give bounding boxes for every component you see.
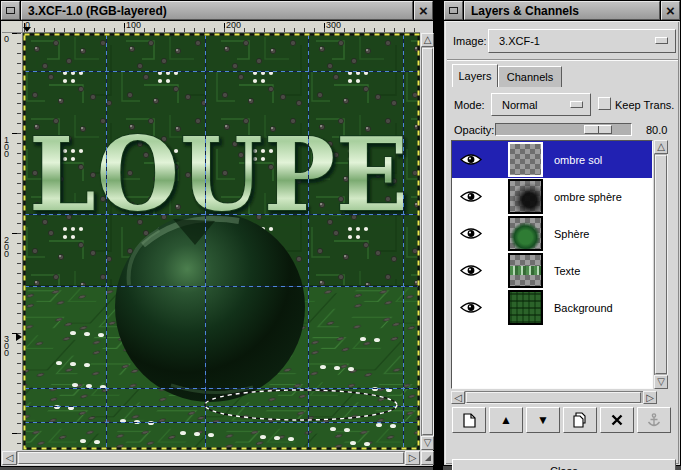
layer-name[interactable]: Texte	[554, 252, 580, 289]
anchor-icon	[647, 413, 661, 428]
anchor-layer-button[interactable]	[637, 407, 671, 433]
separator	[447, 59, 678, 61]
opacity-slider-handle[interactable]	[584, 125, 612, 134]
tab-channels[interactable]: Channels	[498, 66, 562, 87]
lower-layer-button[interactable]: ▼	[526, 407, 560, 433]
duplicate-layer-button[interactable]	[563, 407, 597, 433]
v-ruler-label: 200	[4, 237, 12, 258]
visibility-eye-icon[interactable]	[460, 153, 482, 166]
h-ruler-label: 200	[226, 21, 241, 30]
lower-icon: ▼	[537, 413, 549, 427]
close-window-button[interactable]: ×	[661, 1, 680, 20]
layer-name[interactable]: ombre sol	[554, 141, 602, 178]
raise-layer-button[interactable]: ▲	[489, 407, 523, 433]
image-select-value: 3.XCF-1	[499, 35, 540, 47]
mode-select[interactable]: Normal	[491, 93, 591, 116]
h-ruler-label: 300	[326, 21, 341, 30]
tab-label: Channels	[507, 71, 553, 83]
new-page-icon	[463, 413, 476, 428]
layer-row-ombre-sol[interactable]: ombre sol	[452, 141, 652, 178]
h-ruler-label: 100	[126, 21, 141, 30]
opacity-value: 80.0	[646, 124, 667, 136]
close-window-button[interactable]: ×	[414, 1, 433, 20]
list-horizontal-scrollbar[interactable]: ◁ ▷	[451, 391, 657, 404]
image-canvas[interactable]: LOUPE	[23, 33, 420, 450]
opacity-label: Opacity:	[454, 124, 494, 136]
canvas-artwork: LOUPE	[23, 33, 420, 450]
vertical-ruler[interactable]: 0 100 200 300	[2, 33, 23, 450]
close-button-label: Close	[550, 465, 578, 470]
navigation-corner-button[interactable]	[421, 451, 434, 465]
visibility-eye-icon[interactable]	[460, 227, 482, 240]
nav-triangle-icon	[425, 455, 431, 461]
new-layer-button[interactable]	[452, 407, 486, 433]
window-menu-icon	[6, 7, 15, 14]
thumbnail-shadow	[510, 181, 541, 212]
dialog-titlebar[interactable]: Layers & Channels ×	[444, 1, 680, 21]
layer-thumbnail[interactable]	[508, 142, 543, 177]
image-window: 3.XCF-1.0 (RGB-layered) × 0 100 200 300 …	[0, 0, 434, 467]
opacity-slider[interactable]	[495, 123, 632, 136]
scroll-right-icon[interactable]: ▷	[405, 451, 420, 465]
visibility-eye-icon[interactable]	[460, 190, 482, 203]
window-menu-button[interactable]	[444, 1, 463, 20]
image-window-titlebar[interactable]: 3.XCF-1.0 (RGB-layered) ×	[1, 1, 433, 21]
thumbnail-texte	[510, 255, 541, 286]
image-label: Image:	[453, 35, 487, 47]
canvas-horizontal-scrollbar[interactable]: ◁ ▷	[2, 451, 420, 465]
layer-row-background[interactable]: Background	[452, 289, 652, 326]
scroll-down-icon[interactable]: ▽	[654, 375, 668, 389]
scroll-left-icon[interactable]: ◁	[451, 391, 465, 404]
option-menu-indicator-icon	[570, 101, 583, 108]
layer-row-sphere[interactable]: Sphère	[452, 215, 652, 252]
thumbnail-background	[510, 292, 541, 323]
delete-layer-button[interactable]	[600, 407, 634, 433]
layers-channels-window: Layers & Channels × Image: 3.XCF-1 Layer…	[443, 0, 681, 466]
layer-list: ombre sol ombre sphère Sphère	[451, 140, 653, 389]
layer-name[interactable]: Sphère	[554, 215, 589, 252]
delete-x-icon	[611, 414, 623, 426]
raise-icon: ▲	[500, 413, 512, 427]
v-ruler-label: 0	[4, 36, 12, 43]
scroll-up-icon[interactable]: △	[421, 33, 434, 47]
scroll-left-icon[interactable]: ◁	[2, 451, 17, 465]
layer-name[interactable]: ombre sphère	[554, 178, 622, 215]
list-vertical-scrollbar[interactable]: △ ▽	[654, 140, 668, 389]
v-ruler-label: 100	[4, 137, 12, 158]
v-ruler-label: 300	[4, 336, 12, 357]
ruler-position-marker	[16, 333, 22, 341]
layer-row-texte[interactable]: Texte	[452, 252, 652, 289]
layer-thumbnail[interactable]	[508, 179, 543, 214]
keep-trans-label: Keep Trans.	[615, 99, 674, 111]
dialog-body: Image: 3.XCF-1 Layers Channels Mode: Nor…	[445, 21, 679, 464]
window-menu-button[interactable]	[1, 1, 20, 20]
scrollbar-thumb[interactable]	[18, 452, 404, 464]
canvas-vertical-scrollbar[interactable]: △ ▽	[421, 33, 434, 450]
tab-label: Layers	[458, 70, 491, 82]
image-select[interactable]: 3.XCF-1	[488, 29, 676, 53]
keep-trans-checkbox[interactable]	[598, 97, 611, 110]
duplicate-pages-icon	[572, 412, 588, 428]
tab-layers[interactable]: Layers	[452, 64, 498, 87]
scrollbar-thumb[interactable]	[655, 155, 667, 374]
scroll-down-icon[interactable]: ▽	[421, 436, 434, 450]
layer-name[interactable]: Background	[554, 289, 613, 326]
scroll-up-icon[interactable]: △	[654, 140, 668, 154]
layer-thumbnail[interactable]	[508, 253, 543, 288]
close-icon: ×	[666, 3, 675, 18]
scrollbar-thumb[interactable]	[466, 392, 641, 403]
option-menu-indicator-icon	[655, 37, 668, 44]
mode-select-value: Normal	[502, 99, 537, 111]
visibility-eye-icon[interactable]	[460, 264, 482, 277]
layer-row-ombre-sphere[interactable]: ombre sphère	[452, 178, 652, 215]
scrollbar-thumb[interactable]	[422, 48, 433, 435]
horizontal-ruler[interactable]: 0 100 200 300	[23, 21, 420, 33]
thumbnail-checker	[510, 144, 541, 175]
scroll-right-icon[interactable]: ▷	[643, 391, 657, 404]
close-dialog-button[interactable]: Close	[452, 459, 676, 470]
dialog-title: Layers & Channels	[464, 1, 660, 20]
image-window-title: 3.XCF-1.0 (RGB-layered)	[21, 1, 413, 20]
layer-thumbnail[interactable]	[508, 290, 543, 325]
visibility-eye-icon[interactable]	[460, 301, 482, 314]
layer-thumbnail[interactable]	[508, 216, 543, 251]
